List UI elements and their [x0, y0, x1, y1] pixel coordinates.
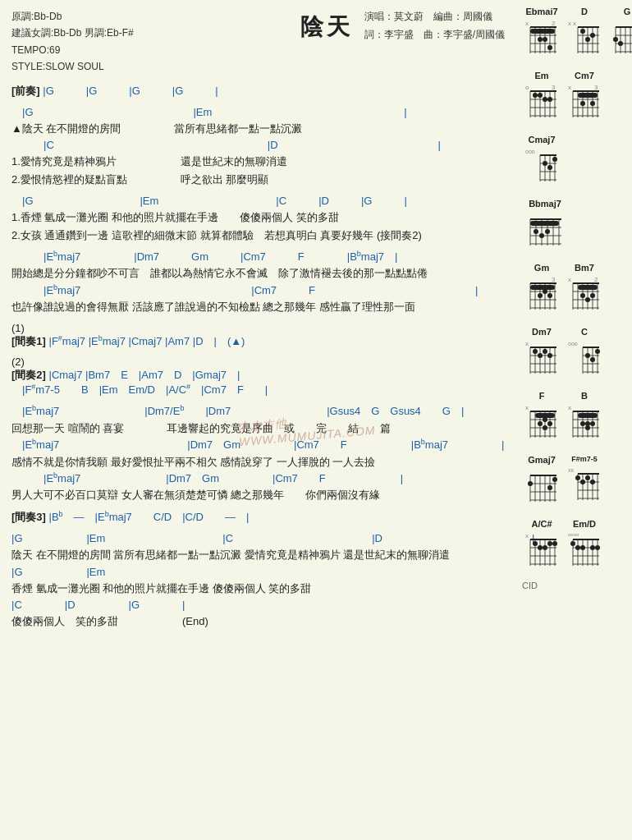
chord-diagram-bbmaj7: Bbmaj7: [524, 199, 566, 253]
chord-grid-ebmai7: x 2: [524, 17, 560, 58]
svg-point-171: [538, 421, 543, 426]
svg-point-130: [585, 297, 590, 302]
chord-v2-2: |Ebmaj7 |Dm7 Gm |Cm7 F |Bbmaj7 |: [11, 438, 506, 452]
svg-point-29: [585, 37, 590, 42]
svg-point-13: [538, 37, 543, 42]
svg-point-115: [547, 293, 552, 298]
svg-point-131: [590, 293, 595, 298]
style: STYLE:SLOW SOUL: [11, 58, 506, 75]
section-label-prelude: [前奏]: [11, 85, 40, 97]
chord-int3: |Bb — |Ebmaj7 C/D |C/D — |: [49, 511, 250, 523]
svg-point-56: [533, 93, 538, 98]
svg-point-173: [547, 421, 552, 426]
svg-point-157: [585, 353, 590, 358]
section-verse2: |Ebmaj7 |Dm7/Eb |Dm7 |Gsus4 G Gsus4 G | …: [11, 404, 506, 503]
svg-point-58: [543, 97, 547, 102]
chord-grid-emd: oooo: [566, 530, 602, 571]
svg-point-14: [543, 37, 547, 42]
svg-point-144: [543, 349, 547, 354]
chord-grid-bm7: x 2: [566, 273, 602, 314]
svg-point-146: [547, 353, 552, 358]
lyric-v2-3: 男人大可不必百口莫辯 女人審在無須楚楚可憐 總之那幾年 你們兩個沒有緣: [11, 487, 506, 503]
svg-point-74: [590, 101, 595, 106]
svg-rect-12: [530, 29, 555, 34]
song-title: 陰天: [300, 11, 353, 43]
svg-point-229: [533, 541, 538, 546]
chord-ch-2: |Ebmaj7 |Cm7 F |: [11, 283, 506, 298]
chord-row-1: Ebmai7 x 2: [520, 4, 632, 63]
section-interlude2: (2) [間奏2] |Cmaj7 |Bm7 E |Am7 D |Gmaj7 | …: [11, 356, 506, 397]
chord-diagram-b: B x: [566, 391, 602, 445]
chord-row-5: Gm 3: [520, 260, 632, 319]
svg-text:x: x: [568, 20, 571, 27]
performer: 演唱：莫文蔚 編曲：周國儀: [364, 8, 505, 26]
svg-point-98: [534, 229, 538, 234]
chord-diagram-c: C ooo: [566, 327, 602, 381]
svg-point-84: [552, 157, 557, 162]
svg-point-113: [538, 293, 543, 298]
svg-point-143: [533, 349, 538, 354]
svg-point-59: [547, 97, 552, 102]
svg-rect-128: [578, 285, 598, 290]
chord-diagram-gm: Gm 3: [524, 263, 560, 317]
svg-text:x: x: [525, 532, 529, 539]
section-prelude: [前奏] |G |G |G |G |: [11, 84, 506, 99]
svg-point-73: [580, 101, 585, 106]
interlude2-number: (2): [11, 356, 506, 368]
chord-int2-2: |F#m7-5 B |Em Em/D |A/C# |Cm7 F |: [11, 383, 506, 397]
chord-outro-3: |C |D |G |: [11, 598, 506, 613]
chord-grid-b: x: [566, 402, 602, 443]
svg-point-86: [547, 165, 552, 170]
svg-text:2: 2: [552, 20, 556, 27]
svg-point-100: [545, 229, 550, 234]
svg-text:3: 3: [552, 84, 556, 91]
lyric-v2-2: 感情不就是你情我願 最好愛恨扯平兩不相欠 感情說穿了 一人揮脫的 一人去撿: [11, 454, 506, 470]
svg-point-145: [538, 353, 543, 358]
section-interlude3: [間奏3] |Bb — |Ebmaj7 C/D |C/D — |: [11, 510, 506, 525]
svg-point-233: [543, 545, 547, 550]
chord-row-3: Cmaj7 ooo: [520, 132, 632, 191]
svg-point-245: [570, 541, 575, 546]
svg-text:x: x: [568, 276, 571, 283]
lyric-outro-4: 傻傻兩個人 笑的多甜 (End): [11, 613, 506, 630]
svg-text:oooo: oooo: [568, 532, 579, 537]
svg-text:ooo: ooo: [568, 341, 578, 347]
chord-v2-1: |Ebmaj7 |Dm7/Eb |Dm7 |Gsus4 G Gsus4 G |: [11, 404, 506, 419]
svg-text:x: x: [568, 404, 571, 411]
svg-point-40: [613, 37, 618, 42]
svg-point-28: [590, 33, 595, 38]
svg-point-247: [580, 545, 585, 550]
lyric-v1-2: 1.愛情究竟是精神鴉片 還是世紀末的無聊消遣: [11, 154, 506, 170]
chord-row-6: Dm7 x: [520, 324, 632, 383]
svg-text:3: 3: [552, 276, 556, 283]
svg-point-114: [543, 289, 547, 294]
svg-point-201: [552, 477, 557, 482]
svg-point-85: [543, 161, 547, 166]
svg-point-15: [547, 45, 552, 50]
lyric-v2-1: 回想那一天 喧鬧的 喜宴 耳邊響起的究竟是序曲 或 完 結 篇: [11, 420, 506, 437]
svg-point-27: [580, 29, 585, 34]
svg-point-246: [575, 545, 580, 550]
lyric-v1b-2: 2.女孩 通通鑽到一邊 這歌裡的細微末節 就算都體驗 若想真明白 真要好幾年 (…: [11, 227, 506, 244]
section-verse1b: |G |Em |C |D |G | 1.香煙 氫成一灘光圈 和他的照片就擺在手邊…: [11, 194, 506, 243]
svg-text:x: x: [525, 404, 529, 411]
chord-diagram-bm7: Bm7 x 2: [566, 263, 602, 317]
chord-diagram-d: D x x: [566, 7, 602, 61]
chord-row-7: F x: [520, 388, 632, 448]
svg-point-172: [543, 417, 547, 422]
chord-diagram-cmaj7: Cmaj7 ooo: [524, 135, 560, 189]
cid-label: CID: [522, 581, 632, 590]
svg-text:o: o: [525, 84, 529, 91]
svg-point-230: [547, 541, 552, 546]
chord-grid-cm7: x 3: [566, 81, 602, 122]
chord-v2-3: |Ebmaj7 |Dm7 Gm |Cm7 F |: [11, 471, 506, 486]
chord-v1-1: |G |Em |: [11, 105, 506, 120]
chord-grid-bbmaj7: [524, 209, 566, 250]
svg-point-156: [595, 349, 600, 354]
svg-point-215: [585, 475, 590, 480]
section-verse1: |G |Em | ▲陰天 在不開燈的房間 當所有思緒都一點一點沉澱 |C |D …: [11, 105, 506, 188]
lyric-ch-1: 開始總是分分鐘都吵不可言 誰都以為熱情它永不會滅 除了激情褪去後的那一點點點倦: [11, 265, 506, 282]
tempo: TEMPO:69: [11, 42, 506, 58]
chord-diagram-gmaj7: Gmaj7: [524, 455, 560, 509]
chord-grid-acsharp: x: [524, 530, 560, 571]
